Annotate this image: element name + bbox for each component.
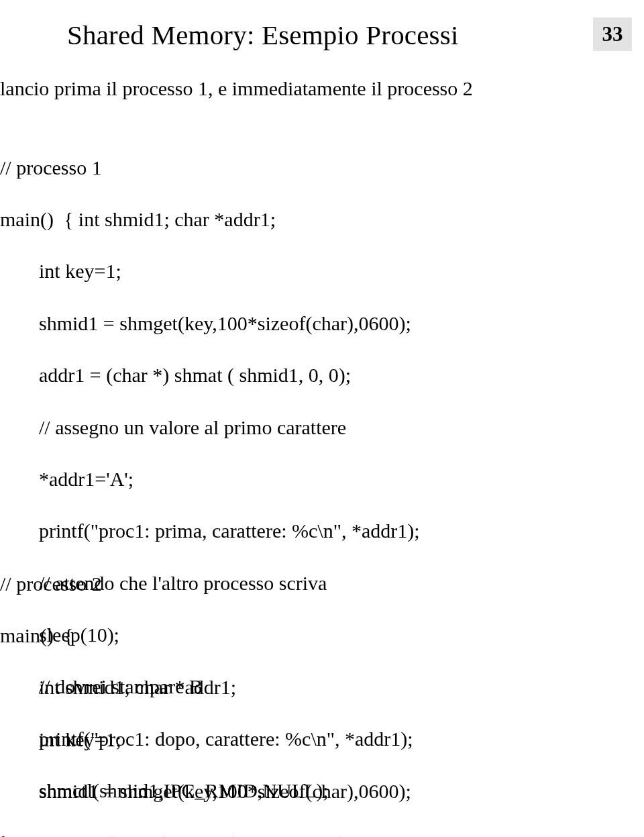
code-line: main() {	[0, 623, 415, 649]
code-line: *addr1='A';	[0, 466, 420, 493]
intro-text: lancio prima il processo 1, e immediatam…	[0, 77, 473, 100]
page-number: 33	[593, 17, 632, 51]
code-line: // processo 1	[0, 155, 420, 181]
code-line: // processo 2	[0, 571, 415, 597]
code-line: shmid1 = shmget(key,100*sizeof(char),060…	[0, 779, 415, 805]
code-line: main() { int shmid1; char *addr1;	[0, 207, 420, 233]
page-title: Shared Memory: Esempio Processi	[67, 19, 459, 51]
code-line: addr1 = (char *) shmat ( shmid1, 0, 0);	[0, 362, 420, 389]
code-line: printf("proc1: prima, carattere: %c\n", …	[0, 518, 420, 544]
code-line: int key=1;	[0, 258, 420, 285]
code-line: shmid1 = shmget(key,100*sizeof(char),060…	[0, 311, 420, 337]
code-line: int shmid1; char *addr1;	[0, 675, 415, 701]
code-line: // assegno un valore al primo carattere	[0, 415, 420, 441]
code-block-process-2: // processo 2 main() { int shmid1; char …	[0, 545, 415, 837]
code-line: int key=1;	[0, 727, 415, 753]
code-line: addr1 = (char *) shmat ( shmid1, 0, 0);	[0, 831, 415, 837]
